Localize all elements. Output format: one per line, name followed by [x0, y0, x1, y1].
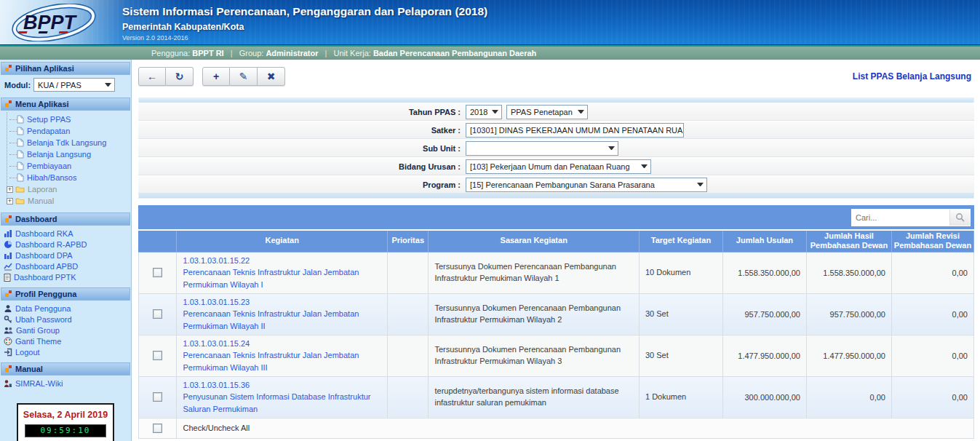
- section-header-pilihan-aplikasi: Pilihan Aplikasi: [1, 62, 130, 75]
- chevron-down-icon: [641, 164, 648, 171]
- sidebar-item-dashboard-r-apbd[interactable]: Dashboard R-APBD: [4, 239, 131, 250]
- sidebar-item-dashboard-dpa[interactable]: Dashboard DPA: [4, 250, 131, 261]
- sasaran-cell: Tersusunya Dokumen Perencanaan Pembangun…: [429, 252, 640, 293]
- separator: |: [226, 49, 237, 57]
- sidebar-item-ganti-group[interactable]: Ganti Group: [4, 325, 131, 335]
- separator: |: [321, 49, 332, 57]
- sidebar-item-ganti-theme[interactable]: Ganti Theme: [4, 335, 131, 346]
- bidang-urusan-select[interactable]: [103] Pekerjaan Umum dan Penataan Ruang: [466, 159, 651, 174]
- kegiatan-link[interactable]: 1.03.1.03.01.15.24Perencanaan Teknis Inf…: [183, 338, 381, 374]
- program-select[interactable]: [15] Perencanaan Pembangunan Sarana Pras…: [466, 178, 707, 192]
- sidebar-item-belanja-tdk-langsung[interactable]: Belanja Tdk Langsung: [3, 137, 131, 148]
- bar-chart-icon: [4, 229, 12, 238]
- sidebar-item-simral-wiki[interactable]: SIMRAL-Wiki: [4, 378, 131, 389]
- back-button[interactable]: ←: [138, 67, 166, 86]
- jumlah-usulan-cell: 957.750.000,00: [722, 293, 806, 335]
- target-cell: 30 Set: [639, 335, 722, 376]
- jumlah-revisi-cell: 0,00: [891, 376, 973, 418]
- cross-icon: ✖: [267, 71, 276, 82]
- sidebar-item-dashboard-rka[interactable]: Dashboard RKA: [4, 228, 131, 239]
- row-checkbox[interactable]: [153, 392, 162, 402]
- kegiatan-link[interactable]: 1.03.1.03.01.15.36Penyusunan Sistem Info…: [183, 379, 381, 416]
- bppt-logo: BPPT: [10, 4, 97, 41]
- check-all-row: Check/Uncheck All: [139, 418, 974, 438]
- app-version: Version 2.0 2014-2016: [122, 34, 487, 41]
- sidebar-item-hibah-bansos[interactable]: Hibah/Bansos: [3, 172, 131, 183]
- tahun-ppas-label: Tahun PPAS :: [138, 108, 466, 116]
- chevron-down-icon: [105, 83, 111, 90]
- pengguna-label: Pengguna:: [151, 49, 190, 57]
- section-squares-icon: [5, 100, 12, 107]
- clock-time: 09:59:10: [25, 424, 106, 437]
- user-info-bar: Pengguna: BPPT RI | Group: Administrator…: [0, 45, 980, 60]
- sidebar-item-data-pengguna[interactable]: Data Pengguna: [4, 303, 131, 314]
- section-squares-icon: [5, 65, 12, 71]
- chevron-down-icon: [492, 110, 498, 116]
- section-squares-icon: [5, 365, 12, 372]
- clock-widget: Selasa, 2 April 2019 09:59:10: [17, 403, 114, 441]
- expand-icon[interactable]: +: [7, 198, 13, 204]
- target-cell: 1 Dokumen: [639, 376, 722, 418]
- prioritas-cell: [387, 293, 428, 335]
- search-button[interactable]: [949, 210, 970, 226]
- profile-list: Data Pengguna Ubah Password Ganti Group …: [0, 301, 131, 360]
- target-cell: 10 Dokumen: [639, 252, 722, 293]
- ppas-type-select[interactable]: PPAS Penetapan: [506, 105, 588, 119]
- sidebar-item-belanja-langsung[interactable]: Belanja Langsung: [3, 148, 131, 160]
- wiki-icon: [4, 379, 12, 388]
- modul-value: KUA / PPAS: [38, 81, 81, 90]
- jumlah-hasil-cell: 1.477.950.000,00: [806, 335, 891, 376]
- svg-text:BPPT: BPPT: [23, 12, 78, 33]
- page-icon: [17, 173, 24, 182]
- sidebar-item-laporan[interactable]: + Laporan: [3, 183, 131, 195]
- sidebar-item-logout[interactable]: Logout: [4, 346, 131, 357]
- filter-panel: Tahun PPAS : 2018 PPAS Penetapan Satker …: [138, 98, 974, 199]
- check-all-checkbox[interactable]: [153, 424, 162, 433]
- table-search-bar: [138, 205, 974, 229]
- section-squares-icon: [5, 215, 12, 222]
- refresh-button[interactable]: ↻: [166, 67, 194, 86]
- ppas-table: Kegiatan Prioritas Sasaran Kegiatan Targ…: [138, 229, 974, 439]
- sidebar-item-ubah-password[interactable]: Ubah Password: [4, 314, 131, 325]
- jumlah-revisi-cell: 0,00: [891, 335, 973, 376]
- page-icon: [17, 115, 24, 124]
- row-checkbox[interactable]: [153, 351, 162, 360]
- edit-button[interactable]: ✎: [230, 67, 258, 86]
- sidebar-item-dashboard-apbd[interactable]: Dashboard APBD: [4, 261, 131, 271]
- check-all-label[interactable]: Check/Uncheck All: [177, 418, 974, 438]
- program-label: Program :: [138, 180, 466, 189]
- modul-label: Modul:: [4, 81, 31, 90]
- sub-unit-select[interactable]: [466, 141, 618, 156]
- satker-select[interactable]: [10301] DINAS PEKERJAAN UMUM DAN PENATAA…: [466, 123, 684, 138]
- logout-icon: [4, 348, 12, 357]
- prioritas-cell: [387, 252, 428, 293]
- kegiatan-link[interactable]: 1.03.1.03.01.15.22Perencanaan Teknis Inf…: [183, 255, 381, 291]
- clock-date: Selasa, 2 April 2019: [21, 410, 110, 420]
- row-checkbox[interactable]: [153, 268, 162, 277]
- sidebar-item-manual-folder[interactable]: + Manual: [3, 195, 131, 207]
- tahun-ppas-select[interactable]: 2018: [466, 105, 502, 119]
- section-header-profil-pengguna: Profil Pengguna: [1, 287, 130, 301]
- delete-button[interactable]: ✖: [258, 67, 285, 86]
- add-button[interactable]: +: [202, 67, 230, 86]
- table-row: 1.03.1.03.01.15.36Penyusunan Sistem Info…: [139, 376, 974, 418]
- page-icon: [17, 162, 24, 170]
- search-input[interactable]: [852, 210, 949, 226]
- jumlah-usulan-cell: 300.000.000,00: [722, 376, 806, 418]
- sidebar-item-setup-ppas[interactable]: Setup PPAS: [3, 114, 131, 125]
- table-row: 1.03.1.03.01.15.24Perencanaan Teknis Inf…: [139, 335, 974, 376]
- modul-select[interactable]: KUA / PPAS: [33, 78, 115, 92]
- kegiatan-link[interactable]: 1.03.1.03.01.15.23Perencanaan Teknis Inf…: [183, 296, 381, 333]
- pengguna-value: BPPT RI: [192, 49, 223, 57]
- row-checkbox[interactable]: [153, 309, 162, 319]
- pie-chart-icon: [4, 240, 12, 249]
- sidebar-item-pendapatan[interactable]: Pendapatan: [3, 125, 131, 137]
- header-kegiatan: Kegiatan: [177, 230, 388, 252]
- sidebar-item-dashboard-pptk[interactable]: Dashboard PPTK: [4, 271, 131, 282]
- prioritas-cell: [387, 335, 428, 376]
- user-icon: [4, 304, 12, 313]
- expand-icon[interactable]: +: [7, 186, 13, 193]
- header-prioritas: Prioritas: [387, 230, 428, 252]
- dashboard-list: Dashboard RKA Dashboard R-APBD Dashboard…: [0, 226, 131, 285]
- sidebar-item-pembiayaan[interactable]: Pembiayaan: [3, 160, 131, 172]
